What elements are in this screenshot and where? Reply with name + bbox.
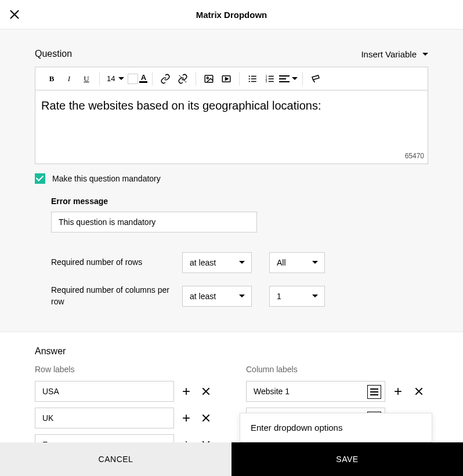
editor-textarea[interactable]: Rate the websites based on its geographi… <box>35 90 428 163</box>
link-button[interactable] <box>157 71 173 87</box>
svg-point-5 <box>249 75 250 77</box>
column-label-input[interactable]: Website 1 <box>246 381 385 402</box>
svg-point-7 <box>249 81 250 82</box>
font-size-value: 14 <box>107 74 115 83</box>
italic-button[interactable]: I <box>61 71 77 87</box>
cancel-button[interactable]: CANCEL <box>0 442 232 476</box>
svg-text:3: 3 <box>266 79 267 83</box>
text-color-button[interactable]: A <box>139 75 147 83</box>
add-row-button[interactable]: + <box>179 410 194 426</box>
caret-down-icon <box>292 77 298 80</box>
add-row-button[interactable]: + <box>179 383 194 399</box>
mandatory-label: Make this question mandatory <box>52 174 161 183</box>
image-button[interactable] <box>201 71 217 87</box>
svg-point-2 <box>207 77 209 79</box>
bg-color-button[interactable] <box>128 74 138 84</box>
svg-rect-16 <box>269 81 274 82</box>
column-label-row: Website 1 + <box>246 381 428 402</box>
svg-marker-4 <box>226 77 229 80</box>
row-labels-head: Row labels <box>35 365 214 374</box>
close-icon[interactable] <box>8 8 21 21</box>
row-label-input[interactable]: USA <box>35 381 174 402</box>
unlink-button[interactable] <box>175 71 191 87</box>
clear-format-button[interactable] <box>308 71 324 87</box>
required-cols-operator-select[interactable]: at least <box>182 286 252 307</box>
required-rows-value-select[interactable]: All <box>269 252 325 273</box>
error-message-label: Error message <box>51 197 428 206</box>
bullet-list-button[interactable] <box>244 71 261 87</box>
video-button[interactable] <box>218 71 234 87</box>
editor-toolbar: B I U 14 A <box>35 67 428 90</box>
remove-row-button[interactable] <box>198 383 214 399</box>
remove-row-button[interactable] <box>198 410 214 426</box>
insert-variable-label: Insert Variable <box>361 49 417 59</box>
required-rows-label: Required number of rows <box>51 257 182 268</box>
bold-button[interactable]: B <box>44 71 60 87</box>
underline-button[interactable]: U <box>78 71 95 87</box>
svg-rect-15 <box>269 78 274 79</box>
svg-point-6 <box>249 78 250 79</box>
svg-rect-18 <box>279 78 286 79</box>
svg-rect-9 <box>251 78 256 79</box>
numbered-list-button[interactable]: 123 <box>262 71 278 87</box>
question-label: Question <box>35 49 72 59</box>
paragraph-format-button[interactable] <box>279 75 298 83</box>
dialog-title: Matrix Dropdown <box>0 10 463 20</box>
svg-rect-14 <box>269 75 274 77</box>
required-rows-operator-select[interactable]: at least <box>182 252 252 273</box>
error-message-input[interactable] <box>51 212 257 232</box>
caret-down-icon <box>118 77 124 80</box>
answer-label: Answer <box>35 346 428 357</box>
svg-rect-10 <box>251 81 256 82</box>
caret-down-icon <box>422 53 428 56</box>
dialog-footer: CANCEL SAVE <box>0 442 463 476</box>
options-list-button[interactable] <box>367 385 381 399</box>
column-labels-head: Column labels <box>246 365 428 374</box>
editor-content: Rate the websites based on its geographi… <box>41 99 321 112</box>
row-label-input[interactable]: UK <box>35 408 174 428</box>
svg-rect-8 <box>251 75 256 77</box>
popover-text: Enter dropdown options <box>251 423 342 433</box>
list-icon <box>370 388 378 395</box>
rich-text-editor: B I U 14 A <box>35 67 428 164</box>
row-label-row: UK + <box>35 408 214 428</box>
insert-variable-button[interactable]: Insert Variable <box>361 49 428 59</box>
font-size-select[interactable]: 14 <box>104 74 126 83</box>
svg-rect-19 <box>279 81 290 82</box>
save-button[interactable]: SAVE <box>232 442 463 476</box>
required-cols-value-select[interactable]: 1 <box>269 286 325 307</box>
add-column-button[interactable]: + <box>390 383 406 399</box>
svg-rect-17 <box>279 75 290 77</box>
dropdown-options-popover[interactable]: Enter dropdown options <box>240 413 432 442</box>
mandatory-checkbox[interactable] <box>35 173 45 184</box>
dialog-header: Matrix Dropdown <box>0 0 463 30</box>
question-section: Question Insert Variable B I U 14 A <box>0 30 463 307</box>
row-label-row: USA + <box>35 381 214 402</box>
char-count: 65470 <box>405 151 424 161</box>
remove-column-button[interactable] <box>411 383 427 399</box>
required-cols-label: Required number of columns per row <box>51 285 182 307</box>
